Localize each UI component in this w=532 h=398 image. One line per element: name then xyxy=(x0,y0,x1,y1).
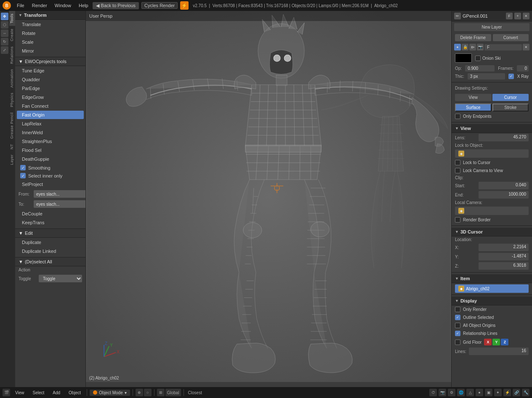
local-camera-field[interactable]: ◆ xyxy=(455,207,529,215)
side-label-tools[interactable]: Tools xyxy=(9,11,15,26)
layer-visibility-icon[interactable]: ● xyxy=(454,44,461,50)
panel-item-edgegrow[interactable]: EdgeGrow xyxy=(17,93,84,101)
toggle-select[interactable]: Toggle xyxy=(39,275,82,282)
to-input[interactable] xyxy=(34,200,86,208)
panel-item-selproject[interactable]: SelProject xyxy=(17,180,84,188)
panel-item-straightenplus[interactable]: StraightenPlus xyxy=(17,137,84,146)
toolbar-transform[interactable]: ✥ xyxy=(1,13,8,20)
panel-item-decouple[interactable]: DeCouple xyxy=(17,210,84,218)
physics-icon[interactable]: ⚡ xyxy=(503,389,511,396)
side-label-physics[interactable]: Physics xyxy=(9,90,15,110)
orientation-icon[interactable]: ⊞ xyxy=(157,389,165,396)
xray-toggle[interactable]: ✓ xyxy=(508,74,514,79)
toolbar-scale[interactable]: ⤢ xyxy=(1,46,8,54)
scene-settings-icon[interactable]: ⚙ xyxy=(448,389,455,396)
side-label-layer[interactable]: Layer xyxy=(9,152,15,167)
tab-view[interactable]: View xyxy=(455,94,492,101)
x-axis-btn[interactable]: X xyxy=(484,339,492,345)
panel-item-tune-edge[interactable]: Tune Edge xyxy=(17,66,84,75)
menu-file[interactable]: File xyxy=(13,2,28,9)
texture-icon[interactable]: ▣ xyxy=(485,389,492,396)
particles-icon[interactable]: ✦ xyxy=(494,389,502,396)
scene-icon[interactable]: 🎬 xyxy=(3,389,10,396)
bottom-object[interactable]: Object xyxy=(65,390,84,396)
world-icon[interactable]: 🌐 xyxy=(457,389,465,396)
lens-value[interactable]: 45.270 xyxy=(479,134,529,141)
timeline-icon[interactable]: ⏱ xyxy=(429,389,437,396)
all-origins-toggle[interactable] xyxy=(455,323,460,328)
end-value[interactable]: 1000.000 xyxy=(479,191,529,199)
panel-item-duplicate[interactable]: Duplicate xyxy=(17,238,84,247)
snap-magnet-icon[interactable]: ⊕ xyxy=(136,389,143,396)
frames-value-field[interactable]: 0 xyxy=(517,65,529,72)
item-object-field[interactable]: ◆ Abrigo_ch02 xyxy=(455,284,529,293)
panel-item-keeptrans[interactable]: KeepTrans xyxy=(17,218,84,227)
panel-item-laprelax[interactable]: LapRelax xyxy=(17,119,84,128)
ewoc-section-header[interactable]: ▼ EWOCprojects tools xyxy=(15,57,85,66)
new-layer-button[interactable]: New Layer xyxy=(454,23,529,31)
render-icon[interactable]: 📷 xyxy=(439,389,446,396)
panel-item-translate[interactable]: Translate xyxy=(17,20,84,29)
lock-camera-toggle[interactable] xyxy=(455,168,460,173)
toolbar-rotate[interactable]: ↻ xyxy=(1,38,8,45)
panel-item-rotate[interactable]: Rotate xyxy=(17,29,84,37)
toolbar-select[interactable]: ⬡ xyxy=(1,21,8,29)
view-section-header[interactable]: ▼ View xyxy=(452,124,532,133)
layer-onion-icon[interactable]: ⧐ xyxy=(469,44,476,50)
back-to-previous-button[interactable]: ◀ Back to Previous xyxy=(93,2,139,9)
bottom-add[interactable]: Add xyxy=(49,390,64,396)
edit-section-header[interactable]: ▼ Edit xyxy=(15,228,85,238)
lock-object-field[interactable]: ◆ xyxy=(455,149,529,158)
render-border-toggle[interactable] xyxy=(455,217,460,223)
panel-item-mirror[interactable]: Mirror xyxy=(17,47,84,55)
onion-skin-toggle[interactable] xyxy=(475,56,481,61)
y-axis-btn[interactable]: Y xyxy=(492,339,500,345)
relationship-lines-toggle[interactable]: ✓ xyxy=(455,331,460,336)
add-gpencil-btn[interactable]: + xyxy=(514,13,521,19)
smoothing-checkbox[interactable]: ✓ xyxy=(20,165,26,170)
select-inner-checkbox[interactable]: ✓ xyxy=(20,173,26,178)
transform-section-header[interactable]: ▼ Transform xyxy=(15,11,85,20)
pencil-icon-btn[interactable]: ✏ xyxy=(454,13,461,19)
blender-logo[interactable]: B xyxy=(3,1,11,10)
layer-color-swatch[interactable] xyxy=(455,53,472,63)
layer-lock-icon[interactable]: 🔒 xyxy=(462,44,468,50)
outline-selected-toggle[interactable]: ✓ xyxy=(455,315,460,320)
side-label-grease-pencil[interactable]: Grease Pencil xyxy=(9,110,15,141)
z-value[interactable]: 6.3018 xyxy=(479,262,529,270)
render-engine-selector[interactable]: Cycles Render xyxy=(141,2,178,9)
layer-camera-icon[interactable]: 📷 xyxy=(477,44,484,50)
panel-item-quadder[interactable]: Quadder xyxy=(17,75,84,84)
z-axis-btn[interactable]: Z xyxy=(501,339,508,345)
side-label-relations[interactable]: Relations xyxy=(9,44,15,66)
start-value[interactable]: 0.040 xyxy=(479,182,529,189)
only-render-toggle[interactable] xyxy=(455,307,460,312)
panel-item-paredge[interactable]: ParEdge xyxy=(17,84,84,93)
bottom-view[interactable]: View xyxy=(12,390,28,396)
menu-help[interactable]: Help xyxy=(75,2,92,9)
op-value-field[interactable]: 0.900 xyxy=(465,65,495,72)
panel-item-fast-origin[interactable]: Fast Origin xyxy=(17,111,84,119)
display-section-header[interactable]: ▼ Display xyxy=(452,297,532,305)
layer-name-field[interactable]: F xyxy=(484,44,522,50)
f-button[interactable]: F xyxy=(506,13,513,19)
object-data-icon[interactable]: △ xyxy=(466,389,474,396)
only-endpoints-toggle[interactable] xyxy=(455,114,460,119)
convert-button[interactable]: Convert xyxy=(493,34,529,41)
menu-window[interactable]: Window xyxy=(51,2,74,9)
item-section-header[interactable]: ▼ Item xyxy=(452,274,532,283)
toolbar-move[interactable]: ↔ xyxy=(1,29,8,37)
grid-floor-toggle[interactable] xyxy=(455,340,460,345)
close-gpencil-btn[interactable]: ✕ xyxy=(523,13,529,19)
from-input[interactable] xyxy=(34,190,86,198)
side-label-nt[interactable]: NT xyxy=(9,141,15,152)
x-value[interactable]: 2.2164 xyxy=(479,244,529,251)
panel-item-innerweld[interactable]: InnerWeld xyxy=(17,128,84,137)
tab-stroke[interactable]: Stroke xyxy=(492,103,529,111)
material-icon[interactable]: ● xyxy=(476,389,483,396)
bottom-select[interactable]: Select xyxy=(29,390,48,396)
tab-surface[interactable]: Surface xyxy=(455,103,492,111)
global-icon[interactable]: Global xyxy=(165,389,181,396)
delete-frame-button[interactable]: Delete Frame xyxy=(455,34,491,41)
lock-cursor-toggle[interactable] xyxy=(455,160,460,165)
